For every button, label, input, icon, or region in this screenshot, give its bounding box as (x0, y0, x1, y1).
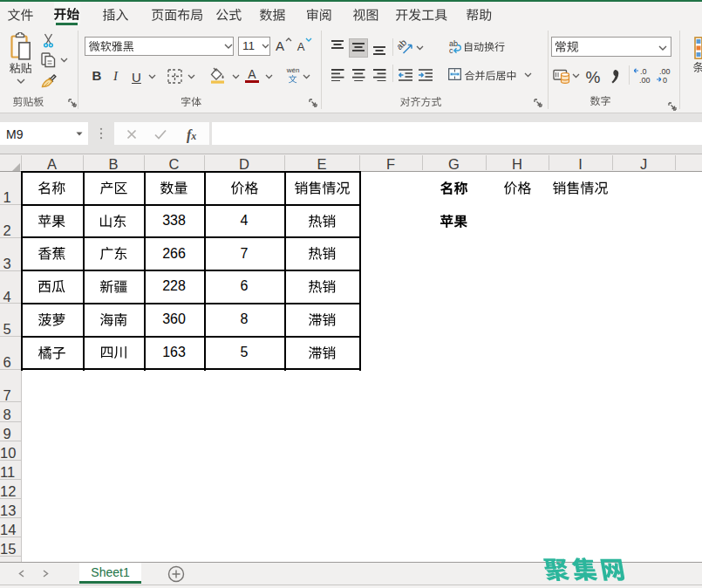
svg-text:.0: .0 (640, 67, 647, 76)
svg-text:0: 0 (663, 76, 667, 84)
svg-text:.00: .00 (639, 76, 651, 84)
svg-text:c: c (449, 46, 453, 54)
svg-text:.00: .00 (659, 67, 671, 76)
